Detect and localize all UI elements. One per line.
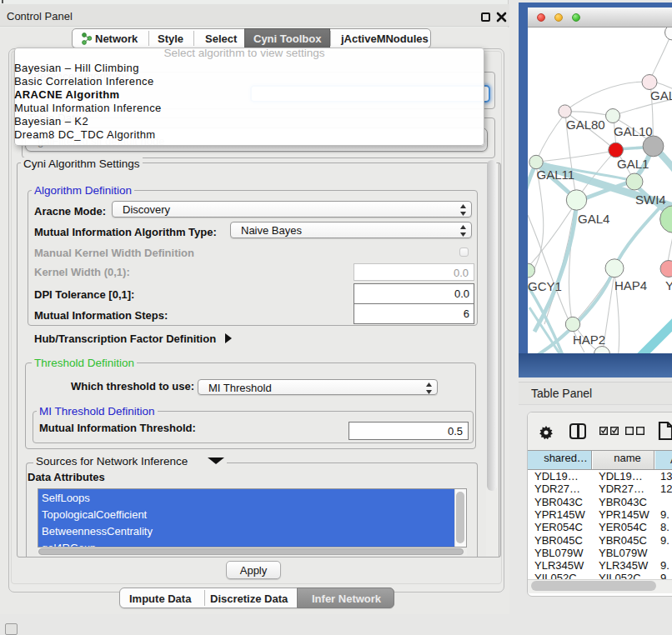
svg-text:GAL1: GAL1 xyxy=(617,157,649,171)
svg-text:GCY1: GCY1 xyxy=(528,279,562,293)
svg-text:Y: Y xyxy=(665,278,672,292)
svg-text:HAP2: HAP2 xyxy=(573,332,605,347)
svg-text:SWI4: SWI4 xyxy=(635,192,666,207)
svg-text:GAL7: GAL7 xyxy=(650,88,672,102)
svg-text:GAL10: GAL10 xyxy=(614,124,653,138)
svg-text:GAL80: GAL80 xyxy=(566,118,605,132)
svg-text:HAP4: HAP4 xyxy=(614,278,647,292)
svg-text:GAL4: GAL4 xyxy=(578,212,609,226)
svg-text:GAL11: GAL11 xyxy=(537,168,575,182)
